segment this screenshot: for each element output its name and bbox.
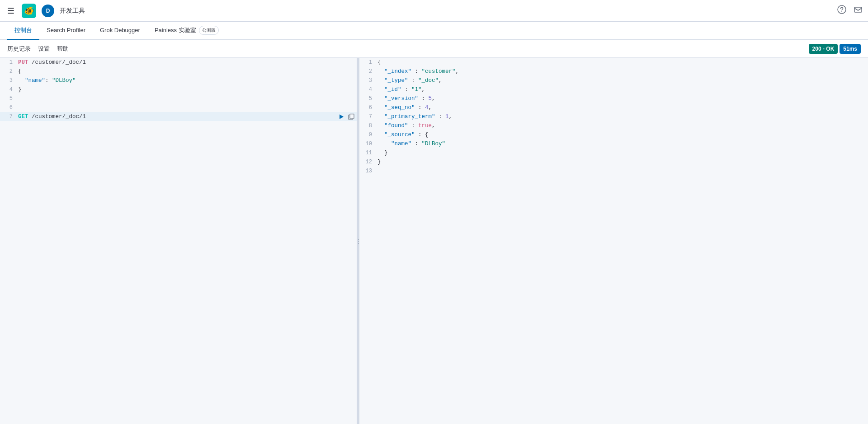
action-bar: 历史记录 设置 帮助 200 - OK 51ms <box>0 40 868 58</box>
svg-rect-5 <box>350 114 354 119</box>
status-time-badge: 51ms <box>840 44 861 54</box>
right-editor: 1 { 2 "_index" : "customer", 3 "_type" :… <box>359 58 868 176</box>
r-code-line-2: 2 "_index" : "customer", <box>359 67 868 76</box>
tab-console[interactable]: 控制台 <box>7 22 39 40</box>
status-area: 200 - OK 51ms <box>809 44 861 54</box>
tab-badge-beta: 公测版 <box>199 26 219 35</box>
code-line-5: 5 <box>0 94 359 103</box>
r-code-line-7: 7 "_primary_term" : 1, <box>359 112 868 121</box>
help-button[interactable]: 帮助 <box>57 45 69 53</box>
settings-button[interactable]: 设置 <box>38 45 50 53</box>
tab-grok-debugger[interactable]: Grok Debugger <box>93 22 147 40</box>
tab-painless-lab[interactable]: Painless 实验室 公测版 <box>147 22 226 40</box>
r-code-line-10: 10 "name" : "DLBoy" <box>359 139 868 148</box>
r-code-line-13: 13 <box>359 167 868 176</box>
left-pane[interactable]: 1 PUT /customer/_doc/1 2 { 3 "name": "DL… <box>0 58 359 424</box>
r-code-line-8: 8 "found" : true, <box>359 121 868 130</box>
left-editor[interactable]: 1 PUT /customer/_doc/1 2 { 3 "name": "DL… <box>0 58 359 121</box>
r-code-line-9: 9 "_source" : { <box>359 130 868 139</box>
r-code-line-1: 1 { <box>359 58 868 67</box>
run-button[interactable] <box>337 113 345 121</box>
r-code-line-5: 5 "_version" : 5, <box>359 94 868 103</box>
tab-search-profiler[interactable]: Search Profiler <box>39 22 93 40</box>
code-line-6: 6 <box>0 103 359 112</box>
mail-icon[interactable] <box>854 5 863 16</box>
svg-marker-3 <box>340 114 344 119</box>
menu-icon[interactable]: ☰ <box>5 6 16 16</box>
r-code-line-11: 11 } <box>359 148 868 157</box>
r-code-line-12: 12 } <box>359 157 868 167</box>
pane-divider[interactable]: ⋮ <box>357 58 359 424</box>
top-bar-right <box>837 5 863 16</box>
history-button[interactable]: 历史记录 <box>7 45 31 53</box>
editor-area: 1 PUT /customer/_doc/1 2 { 3 "name": "DL… <box>0 58 868 424</box>
tab-bar: 控制台 Search Profiler Grok Debugger Painle… <box>0 22 868 40</box>
r-code-line-4: 4 "_id" : "1", <box>359 85 868 94</box>
help-circle-icon[interactable] <box>837 5 846 16</box>
user-badge[interactable]: D <box>42 5 54 17</box>
logo: 🐠 <box>22 4 36 18</box>
line-actions-7 <box>337 113 359 121</box>
code-line-4: 4 } <box>0 85 359 94</box>
top-bar: ☰ 🐠 D 开发工具 <box>0 0 868 22</box>
app-name: 开发工具 <box>60 7 832 15</box>
r-code-line-6: 6 "_seq_no" : 4, <box>359 103 868 112</box>
svg-point-1 <box>841 11 842 12</box>
status-ok-badge: 200 - OK <box>809 44 838 54</box>
code-line-7: 7 GET /customer/_doc/1 <box>0 112 359 121</box>
r-code-line-3: 3 "_type" : "_doc", <box>359 76 868 85</box>
right-pane: 1 { 2 "_index" : "customer", 3 "_type" :… <box>359 58 868 424</box>
logo-icon: 🐠 <box>24 6 34 16</box>
code-line-1: 1 PUT /customer/_doc/1 <box>0 58 359 67</box>
svg-rect-2 <box>854 7 862 12</box>
code-line-3: 3 "name": "DLBoy" <box>0 76 359 85</box>
copy-button[interactable] <box>347 113 355 121</box>
code-line-2: 2 { <box>0 67 359 76</box>
